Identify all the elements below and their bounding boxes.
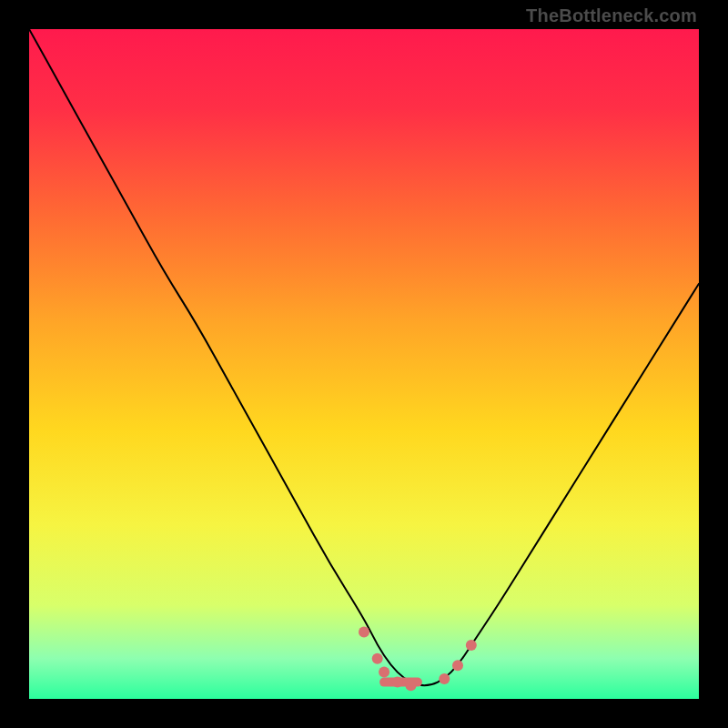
curve-marker bbox=[359, 626, 369, 637]
curve-marker bbox=[452, 660, 463, 671]
curve-marker bbox=[406, 680, 417, 691]
curve-marker bbox=[439, 673, 450, 684]
watermark-label: TheBottleneck.com bbox=[526, 5, 697, 26]
bottleneck-curve bbox=[29, 29, 699, 699]
curve-marker bbox=[372, 653, 383, 664]
curve-marker bbox=[379, 667, 389, 678]
curve-marker bbox=[392, 677, 403, 688]
curve-marker bbox=[466, 640, 477, 651]
chart-frame: TheBottleneck.com bbox=[0, 0, 728, 728]
curve-path bbox=[29, 29, 699, 685]
plot-area bbox=[29, 29, 699, 699]
